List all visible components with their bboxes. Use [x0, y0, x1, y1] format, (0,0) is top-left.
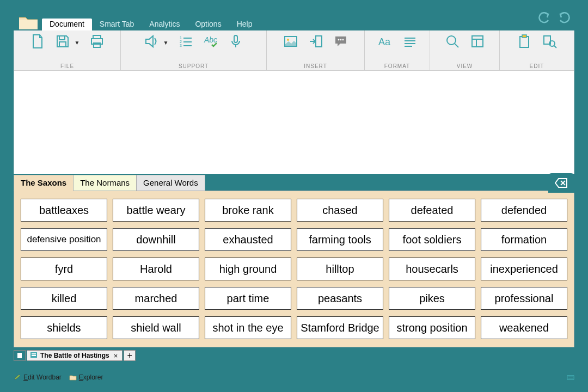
word-cell[interactable]: marched	[113, 287, 199, 310]
undo-icon[interactable]	[537, 12, 551, 26]
word-cell[interactable]: defensive position	[21, 228, 107, 251]
save-dropdown-caret[interactable]: ▼	[75, 40, 80, 46]
wordbar-tab-normans[interactable]: The Normans	[73, 175, 137, 191]
edit-wordbar-link[interactable]: Edit Wordbar	[14, 373, 62, 381]
svg-rect-17	[316, 36, 322, 47]
svg-text:Abc: Abc	[204, 35, 217, 44]
word-cell[interactable]: exhausted	[205, 228, 291, 251]
svg-point-18	[338, 39, 339, 41]
word-cell[interactable]: downhill	[113, 228, 199, 251]
svg-point-19	[340, 39, 341, 41]
delete-word-button[interactable]	[548, 173, 574, 193]
doc-tab-close[interactable]: ×	[113, 352, 119, 360]
word-cell[interactable]: defended	[481, 199, 567, 222]
layout-icon[interactable]	[470, 34, 485, 51]
svg-point-26	[447, 36, 456, 45]
word-cell[interactable]: weakened	[481, 316, 567, 339]
svg-rect-0	[19, 20, 38, 29]
word-cell[interactable]: battleaxes	[21, 199, 107, 222]
speaker-icon[interactable]	[144, 34, 159, 51]
svg-rect-40	[32, 353, 36, 354]
spellcheck-icon[interactable]: Abc	[203, 34, 218, 51]
svg-line-27	[455, 44, 458, 47]
word-cell[interactable]: Harold	[113, 258, 199, 280]
status-keyboard-icon[interactable]	[567, 374, 574, 381]
word-cell[interactable]: pikes	[389, 287, 475, 310]
menu-tab-analytics[interactable]: Analytics	[142, 19, 187, 30]
svg-text:2: 2	[180, 40, 182, 44]
word-cell[interactable]: Stamford Bridge	[297, 316, 383, 339]
menu-tabs: Document Smart Tab Analytics Options Hel…	[42, 17, 260, 30]
word-cell[interactable]: foot soldiers	[389, 228, 475, 251]
speaker-dropdown-caret[interactable]: ▼	[163, 40, 169, 46]
svg-point-16	[287, 39, 289, 41]
word-cell[interactable]: shot in the eye	[205, 316, 291, 339]
font-icon[interactable]: Aa	[377, 34, 393, 51]
explorer-link[interactable]: Explorer	[69, 373, 103, 381]
doc-tab[interactable]: The Battle of Hastings ×	[27, 350, 122, 361]
find-replace-icon[interactable]	[542, 34, 557, 51]
menu-tab-document[interactable]: Document	[42, 19, 92, 30]
word-cell[interactable]: defeated	[389, 199, 475, 222]
doc-tab-add[interactable]: +	[124, 350, 136, 361]
svg-rect-1	[59, 36, 65, 40]
word-cell[interactable]: battle weary	[113, 199, 199, 222]
doc-tab-title: The Battle of Hastings	[40, 352, 109, 359]
word-cell[interactable]: chased	[297, 199, 383, 222]
word-cell[interactable]: housecarls	[389, 258, 475, 280]
print-icon[interactable]	[89, 34, 105, 51]
zoom-icon[interactable]	[445, 34, 460, 51]
ribbon-group-label: SUPPORT	[179, 63, 209, 69]
word-cell[interactable]: fyrd	[21, 258, 107, 280]
ribbon-group-label: INSERT	[304, 63, 327, 69]
wordbar-tab-saxons[interactable]: The Saxons	[14, 175, 74, 191]
word-cell[interactable]: strong position	[389, 316, 475, 339]
word-cell[interactable]: farming tools	[297, 228, 383, 251]
svg-rect-13	[234, 35, 237, 42]
paste-icon[interactable]	[517, 34, 532, 51]
menu-tab-smart-tab[interactable]: Smart Tab	[92, 19, 142, 30]
svg-rect-38	[17, 353, 22, 358]
svg-point-20	[342, 39, 344, 41]
word-cell[interactable]: inexperienced	[481, 258, 567, 280]
word-cell[interactable]: broke rank	[205, 199, 291, 222]
svg-rect-42	[567, 376, 574, 380]
mic-icon[interactable]	[228, 34, 243, 51]
word-cell[interactable]: formation	[481, 228, 567, 251]
insert-right-icon[interactable]	[308, 34, 323, 51]
word-cell[interactable]: professional	[481, 287, 567, 310]
svg-line-35	[554, 46, 556, 48]
lines-icon[interactable]	[402, 34, 418, 51]
redo-icon[interactable]	[558, 12, 572, 26]
word-cell[interactable]: shields	[21, 316, 107, 339]
ribbon: ▼ FILE ▼ 123 Abc SUPPORT INSERT Aa FORMA…	[14, 30, 574, 71]
comment-icon[interactable]	[333, 34, 348, 51]
word-cell[interactable]: part time	[205, 287, 291, 310]
folder-icon[interactable]	[18, 14, 39, 30]
svg-text:1: 1	[180, 36, 182, 40]
svg-rect-28	[472, 36, 483, 47]
ribbon-group-label: EDIT	[530, 63, 544, 69]
document-canvas[interactable]	[14, 71, 574, 174]
wordbar-tab-general[interactable]: General Words	[136, 175, 205, 191]
menu-tab-help[interactable]: Help	[229, 19, 260, 30]
word-cell[interactable]: hilltop	[297, 258, 383, 280]
word-cell[interactable]: shield wall	[113, 316, 199, 339]
image-icon[interactable]	[283, 34, 298, 51]
svg-rect-32	[522, 35, 526, 38]
ribbon-group-label: FORMAT	[384, 63, 410, 69]
word-cell[interactable]: peasants	[297, 287, 383, 310]
doc-tab-app-icon[interactable]	[14, 350, 26, 361]
word-cell[interactable]: killed	[21, 287, 107, 310]
menu-tab-options[interactable]: Options	[187, 19, 229, 30]
new-file-icon[interactable]	[30, 34, 45, 51]
save-icon[interactable]	[55, 34, 70, 51]
svg-rect-41	[32, 355, 36, 356]
wordbar-tabs: The Saxons The Normans General Words	[14, 174, 574, 191]
doc-mini-icon	[30, 352, 37, 359]
svg-text:3: 3	[180, 44, 182, 47]
word-cell[interactable]: high ground	[205, 258, 291, 280]
word-grid: battleaxesbattle wearybroke rankchasedde…	[14, 191, 574, 347]
list-icon[interactable]: 123	[178, 34, 193, 51]
svg-text:Aa: Aa	[378, 36, 391, 47]
